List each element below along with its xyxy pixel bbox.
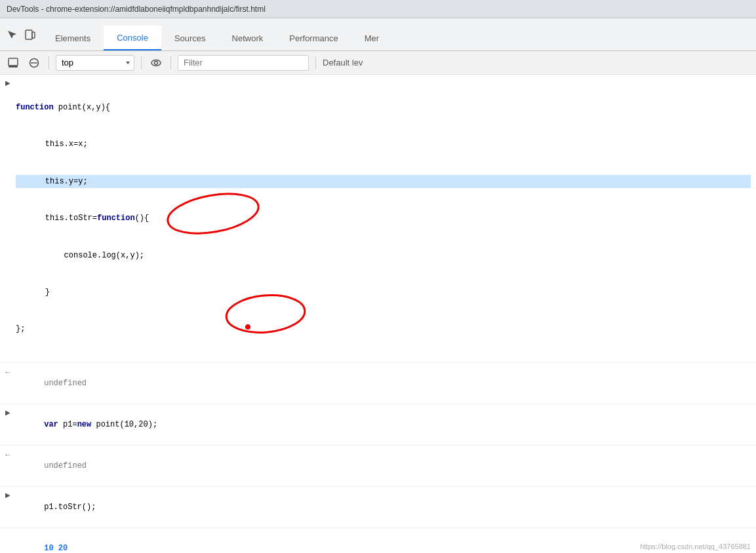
filter-input[interactable] xyxy=(178,55,309,71)
entry-content: function point(x,y){ this.x=x; this.y=y;… xyxy=(16,77,751,360)
svg-rect-3 xyxy=(9,66,18,67)
tab-elements[interactable]: Elements xyxy=(42,27,104,50)
title-text: DevTools - chrome-extension://amidfdlabo… xyxy=(7,5,266,14)
console-toolbar: top Default lev xyxy=(0,51,756,75)
svg-rect-1 xyxy=(32,32,35,38)
entry-content: undefined xyxy=(16,448,751,484)
console-content: ▶ function point(x,y){ this.x=x; this.y=… xyxy=(0,75,756,553)
console-entry: ← undefined xyxy=(0,446,756,487)
console-entry: ▶ p1.toStr(); xyxy=(0,487,756,528)
default-level[interactable]: Default lev xyxy=(323,58,363,67)
tab-network[interactable]: Network xyxy=(219,27,277,50)
input-arrow[interactable]: ▶ xyxy=(0,489,16,499)
svg-rect-0 xyxy=(26,30,32,39)
svg-point-8 xyxy=(155,61,158,64)
tab-list: Elements Console Sources Network Perform… xyxy=(42,18,392,50)
expand-arrow[interactable]: ▶ xyxy=(0,77,16,86)
clear-console-btn[interactable] xyxy=(26,55,42,71)
toolbar-divider xyxy=(49,56,49,69)
entry-content: var p1=new point(10,20); xyxy=(16,407,751,442)
result-arrow: ← xyxy=(0,448,16,459)
select-icon[interactable] xyxy=(5,28,18,41)
svg-rect-2 xyxy=(9,58,18,66)
context-value: top xyxy=(62,58,122,67)
device-icon[interactable] xyxy=(24,28,37,41)
tab-bar: Elements Console Sources Network Perform… xyxy=(0,18,756,51)
result-arrow: ← xyxy=(0,366,16,377)
tab-sources[interactable]: Sources xyxy=(161,27,219,50)
eye-btn[interactable] xyxy=(148,55,164,71)
watermark: https://blog.csdn.net/qq_43765881 xyxy=(640,543,751,550)
entry-content: undefined xyxy=(16,366,751,401)
tab-console[interactable]: Console xyxy=(104,26,161,50)
tab-performance[interactable]: Performance xyxy=(276,27,351,50)
input-arrow[interactable]: ▶ xyxy=(0,407,16,416)
toolbar-divider2 xyxy=(141,56,142,69)
title-bar: DevTools - chrome-extension://amidfdlabo… xyxy=(0,0,756,18)
context-selector[interactable]: top xyxy=(56,55,134,71)
expand-console-btn[interactable] xyxy=(5,55,21,71)
svg-marker-6 xyxy=(126,62,130,64)
toolbar-divider3 xyxy=(170,56,171,69)
console-entry: ← undefined xyxy=(0,363,756,404)
toolbar-divider4 xyxy=(315,56,316,69)
entry-content: p1.toStr(); xyxy=(16,489,751,525)
tab-more[interactable]: Mer xyxy=(351,27,392,50)
console-entry: ▶ function point(x,y){ this.x=x; this.y=… xyxy=(0,75,756,363)
console-entry: ▶ var p1=new point(10,20); xyxy=(0,404,756,446)
